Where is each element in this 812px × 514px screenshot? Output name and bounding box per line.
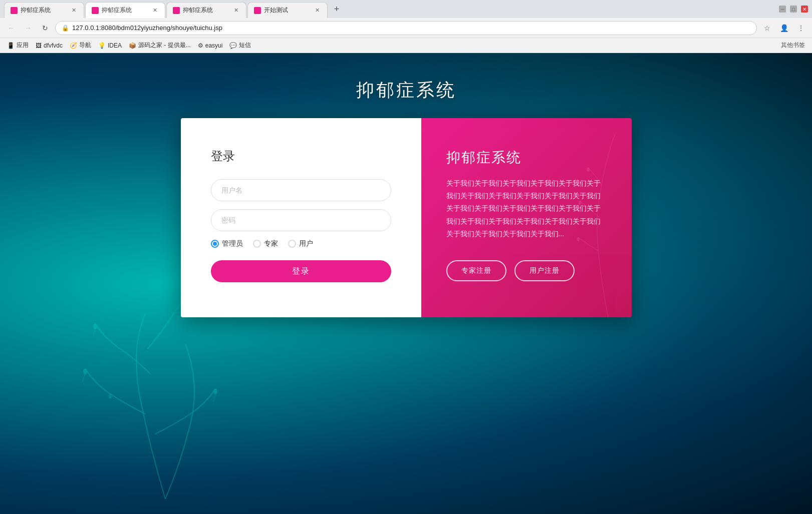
username-group — [211, 179, 391, 201]
svg-point-10 — [587, 168, 589, 172]
title-bar: 抑郁症系统 ✕ 抑郁症系统 ✕ 抑郁症系统 ✕ 开始测试 ✕ + ─ □ ✕ — [0, 0, 812, 18]
bookmark-label: 源码之家 - 提供最... — [138, 41, 191, 50]
radio-circle — [288, 240, 296, 248]
username-input[interactable] — [211, 179, 391, 201]
bookmark-2[interactable]: 🧭导航 — [67, 40, 94, 51]
minimize-button[interactable]: ─ — [779, 6, 786, 13]
radio-用户[interactable]: 用户 — [288, 239, 313, 248]
login-form-panel: 登录 管理员 专家 用户 登录 — [181, 118, 421, 317]
tab-tab2[interactable]: 抑郁症系统 ✕ — [85, 2, 165, 18]
login-card: 登录 管理员 专家 用户 登录 — [181, 118, 632, 317]
radio-circle — [253, 240, 261, 248]
page-content: 抑郁症系统 登录 管理员 专家 用户 登录 — [0, 53, 812, 514]
svg-point-9 — [579, 201, 581, 205]
tab-tab1[interactable]: 抑郁症系统 ✕ — [4, 2, 84, 18]
tab-close-button[interactable]: ✕ — [232, 7, 240, 15]
tab-close-button[interactable]: ✕ — [151, 7, 159, 15]
tab-label: 抑郁症系统 — [21, 6, 67, 15]
url-text: 127.0.0.1:8080/bdm012yiyuzheng/shouye/tu… — [72, 24, 750, 32]
tab-icon — [254, 7, 261, 14]
svg-point-2 — [214, 389, 217, 394]
bookmark-label: 短信 — [239, 41, 251, 50]
forward-button[interactable]: → — [21, 21, 35, 35]
tab-tab3[interactable]: 抑郁症系统 ✕ — [166, 2, 246, 18]
new-tab-button[interactable]: + — [330, 2, 344, 16]
svg-line-5 — [83, 374, 85, 381]
radio-label: 管理员 — [222, 239, 243, 248]
tab-icon — [92, 7, 99, 14]
page-title: 抑郁症系统 — [356, 78, 456, 103]
bookmark-icon: 🧭 — [70, 42, 77, 49]
window-controls: ─ □ ✕ — [779, 6, 808, 13]
bookmark-label: dfvfvdc — [44, 42, 63, 49]
radio-circle — [211, 240, 219, 248]
bookmark-icon: 📱 — [7, 42, 15, 49]
bookmark-label: IDEA — [108, 42, 122, 49]
nav-bar: ← → ↻ 🔒 127.0.0.1:8080/bdm012yiyuzheng/s… — [0, 18, 812, 38]
tab-tab4[interactable]: 开始测试 ✕ — [247, 2, 328, 18]
tab-label: 开始测试 — [264, 6, 310, 15]
bookmark-1[interactable]: 🖼dfvfvdc — [33, 41, 66, 50]
bookmark-icon: 💡 — [98, 42, 106, 49]
bookmark-5[interactable]: ⚙easyui — [195, 41, 226, 50]
bookmark-icon: 📦 — [129, 42, 136, 49]
browser-chrome: 抑郁症系统 ✕ 抑郁症系统 ✕ 抑郁症系统 ✕ 开始测试 ✕ + ─ □ ✕ ←… — [0, 0, 812, 53]
bookmark-icon: ⚙ — [198, 42, 203, 49]
tab-label: 抑郁症系统 — [102, 6, 148, 15]
nav-actions: ☆ 👤 ⋮ — [760, 21, 808, 35]
url-bar[interactable]: 🔒 127.0.0.1:8080/bdm012yiyuzheng/shouye/… — [55, 21, 757, 35]
login-heading: 登录 — [211, 148, 391, 164]
close-button[interactable]: ✕ — [801, 6, 808, 13]
bookmark-label: easyui — [205, 42, 223, 49]
bookmark-icon: 💬 — [229, 42, 237, 49]
back-button[interactable]: ← — [4, 21, 18, 35]
info-panel: 抑郁症系统 关于我们关于我们关于我们关于我们关于我们关于我们关于我们关于我们关于… — [421, 118, 632, 317]
svg-line-6 — [93, 329, 95, 336]
bookmark-label: 导航 — [79, 41, 91, 50]
bookmark-4[interactable]: 📦源码之家 - 提供最... — [126, 40, 194, 51]
refresh-button[interactable]: ↻ — [38, 21, 52, 35]
radio-label: 专家 — [264, 239, 278, 248]
lock-icon: 🔒 — [62, 25, 69, 32]
tab-icon — [173, 7, 180, 14]
bookmark-label: 应用 — [17, 41, 29, 50]
other-bookmarks[interactable]: 其他书签 — [778, 40, 808, 51]
tab-icon — [11, 7, 18, 14]
login-button[interactable]: 登录 — [211, 260, 391, 282]
role-radio-group: 管理员 专家 用户 — [211, 239, 391, 248]
svg-point-0 — [84, 369, 87, 374]
bookmark-icon: 🖼 — [36, 42, 42, 49]
menu-button[interactable]: ⋮ — [794, 21, 808, 35]
radio-管理员[interactable]: 管理员 — [211, 239, 243, 248]
password-input[interactable] — [211, 209, 391, 231]
svg-point-8 — [577, 237, 579, 241]
password-group — [211, 209, 391, 231]
radio-label: 用户 — [299, 239, 313, 248]
bookmark-star-button[interactable]: ☆ — [760, 21, 774, 35]
bookmark-0[interactable]: 📱应用 — [4, 40, 32, 51]
tab-close-button[interactable]: ✕ — [313, 7, 321, 15]
svg-point-4 — [109, 394, 111, 398]
bookmark-3[interactable]: 💡IDEA — [95, 41, 125, 50]
maximize-button[interactable]: □ — [790, 6, 797, 13]
profile-button[interactable]: 👤 — [777, 21, 791, 35]
svg-line-7 — [213, 394, 215, 401]
radio-专家[interactable]: 专家 — [253, 239, 278, 248]
bookmarks-bar: 📱应用🖼dfvfvdc🧭导航💡IDEA📦源码之家 - 提供最...⚙easyui… — [0, 38, 812, 53]
svg-point-1 — [94, 324, 97, 329]
tab-close-button[interactable]: ✕ — [70, 7, 78, 15]
tab-label: 抑郁症系统 — [183, 6, 229, 15]
bookmark-6[interactable]: 💬短信 — [226, 40, 254, 51]
right-decoration — [521, 118, 632, 317]
